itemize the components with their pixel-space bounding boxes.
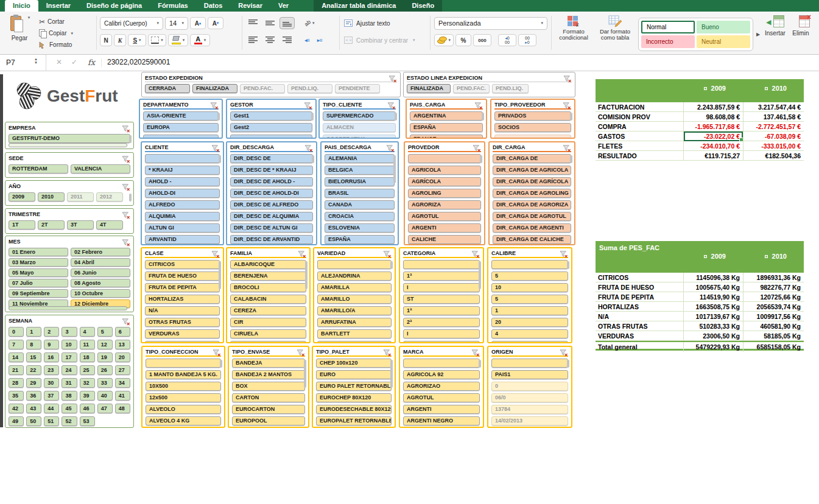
slicer-item-dir-carga-de-agrícola[interactable]: DIR_CARGA DE AGRÍCOLA bbox=[493, 177, 571, 186]
clear-filter-icon[interactable] bbox=[122, 124, 130, 131]
pivot-value-cell[interactable]: 137.461,58 € bbox=[743, 112, 804, 122]
slicer-item-belgica[interactable]: BELGICA bbox=[325, 166, 395, 175]
slicer-scrollbar[interactable] bbox=[129, 135, 132, 143]
slicer-item-cooperativa[interactable]: COOPERATIVA bbox=[323, 135, 396, 139]
slicer-item-34[interactable]: 34 bbox=[115, 378, 130, 388]
tab-diseño-de-página[interactable]: Diseño de página bbox=[79, 0, 150, 12]
slicer-item-bielorrusia[interactable]: BIELORRUSIA bbox=[325, 177, 395, 186]
slicer-item-29[interactable]: 29 bbox=[26, 378, 41, 388]
slicer-item-euro-palet-retornable[interactable]: EURO PALET RETORNABLE bbox=[316, 382, 392, 391]
slicer-item-arvantid[interactable]: ARVANTID bbox=[145, 235, 220, 244]
slicer-item-dir-desc-de-altun-gi[interactable]: DIR_DESC DE ALTUN GI bbox=[230, 223, 313, 233]
pivot-expand-icon[interactable] bbox=[704, 87, 707, 90]
slicer-item-2[interactable]: 2 bbox=[44, 327, 59, 337]
slicer-item-box[interactable]: BOX bbox=[232, 382, 305, 391]
slicer-item-cerrada[interactable]: CERRADA bbox=[145, 84, 190, 93]
slicer-scrollbar[interactable] bbox=[567, 360, 569, 368]
slicer-item-agrícola[interactable]: AGRÍCOLA bbox=[408, 177, 481, 186]
slicer-item-dir-desc-de-ahold-[interactable]: DIR_DESC DE AHOLD - bbox=[230, 177, 313, 186]
slicer-item-bandeja-2-mantos[interactable]: BANDEJA 2 MANTOS bbox=[232, 370, 305, 379]
insert-cells-button[interactable]: ◀ Insertar bbox=[765, 13, 786, 37]
pivot-value-cell[interactable]: 1009917,56 Kg bbox=[743, 312, 804, 321]
slicer-item-dir-desc-de[interactable]: DIR_DESC DE bbox=[230, 154, 313, 163]
font-name-select[interactable]: Calibri (Cuerpo)▾ bbox=[100, 17, 163, 30]
slicer-item-20[interactable]: 20 bbox=[491, 318, 568, 327]
slicer-item-43[interactable]: 43 bbox=[26, 404, 41, 413]
pivot-value-cell[interactable]: 5479229,93 Kg bbox=[683, 342, 743, 352]
slicer-item-22[interactable]: 22 bbox=[26, 365, 41, 375]
slicer-item-15[interactable]: 15 bbox=[26, 352, 41, 362]
slicer-item-i[interactable]: I bbox=[403, 283, 480, 292]
styles-more-button[interactable]: ▶ bbox=[756, 32, 760, 37]
slicer-item-dir-carga-de[interactable]: DIR_CARGA DE bbox=[493, 154, 571, 163]
slicer-item-5[interactable]: 5 bbox=[491, 271, 568, 281]
slicer-item-almacen[interactable]: ALMACEN bbox=[323, 123, 396, 132]
slicer-item-dir-carga-de-argenti[interactable]: DIR_CARGA DE ARGENTI bbox=[493, 223, 571, 233]
slicer-item-38[interactable]: 38 bbox=[62, 391, 77, 401]
slicer-item-40[interactable]: 40 bbox=[97, 391, 113, 401]
slicer-item-30[interactable]: 30 bbox=[44, 378, 59, 388]
slicer-item-gest2[interactable]: Gest2 bbox=[230, 123, 312, 132]
slicer-item-pendiente[interactable]: PENDIENTE bbox=[335, 84, 380, 93]
slicer-item-asia-oriente[interactable]: ASIA-ORIENTE bbox=[143, 111, 219, 121]
increase-decimal-button[interactable]: ◂000 bbox=[498, 34, 516, 46]
pivot-value-cell[interactable]: -234.010,70 € bbox=[683, 141, 743, 151]
slicer-item-socios[interactable]: SOCIOS bbox=[494, 123, 571, 132]
slicer-item-dir-desc-de-ahold-di[interactable]: DIR_DESC DE AHOLD-DI bbox=[230, 189, 313, 198]
font-size-select[interactable]: 14▾ bbox=[165, 17, 188, 30]
pivot-value-cell[interactable]: -67.038,09 € bbox=[743, 131, 804, 141]
slicer-item-27[interactable]: 27 bbox=[115, 365, 130, 375]
slicer-scrollbar[interactable] bbox=[220, 360, 222, 368]
tab-ver[interactable]: Ver bbox=[270, 0, 297, 12]
style-neutral[interactable]: Neutral bbox=[697, 35, 750, 48]
cut-button[interactable]: ✂ Cortar bbox=[38, 16, 95, 27]
clear-filter-icon[interactable] bbox=[122, 238, 130, 245]
slicer-item-argentina[interactable]: ARGENTINA bbox=[410, 111, 483, 121]
slicer-item-49[interactable]: 49 bbox=[9, 416, 24, 426]
confirm-entry-icon[interactable]: ✓ bbox=[71, 58, 77, 66]
slicer-item-41[interactable]: 41 bbox=[115, 391, 130, 401]
slicer-scrollbar[interactable] bbox=[219, 155, 221, 163]
slicer-item-pend-fac-[interactable]: PEND.FAC. bbox=[240, 84, 285, 93]
slicer-item-croacia[interactable]: CROACIA bbox=[325, 212, 395, 221]
style-incorrecto[interactable]: Incorrecto bbox=[641, 35, 695, 48]
slicer-item-42[interactable]: 42 bbox=[9, 404, 24, 413]
slicer-item-52[interactable]: 52 bbox=[62, 416, 77, 426]
slicer-scrollbar[interactable] bbox=[312, 155, 314, 163]
pivot-value-cell[interactable]: 120725,66 Kg bbox=[743, 292, 804, 302]
tab-diseño[interactable]: Diseño bbox=[404, 0, 442, 12]
pivot-expand-icon[interactable] bbox=[765, 87, 768, 90]
slicer-scrollbar[interactable] bbox=[570, 155, 572, 163]
slicer-item-1[interactable]: 1 bbox=[491, 306, 568, 315]
slicer-item-8[interactable]: 8 bbox=[26, 340, 41, 349]
align-left-button[interactable] bbox=[245, 34, 261, 46]
slicer-item-rotterdam[interactable]: ROTTERDAM bbox=[9, 164, 68, 173]
slicer-item-agrotul[interactable]: AGROTUL bbox=[403, 393, 480, 402]
pivot-value-cell[interactable]: 460581,90 Kg bbox=[743, 321, 804, 331]
slicer-item-st[interactable]: ST bbox=[403, 295, 480, 304]
slicer-item-eurocarton[interactable]: EUROCARTON bbox=[232, 405, 305, 414]
slicer-item-19[interactable]: 19 bbox=[97, 352, 113, 362]
selected-cell[interactable]: -23.022,02 € bbox=[683, 131, 743, 141]
slicer-item-alfredo[interactable]: ALFREDO bbox=[145, 200, 220, 209]
slicer-item-otras-frutas[interactable]: OTRAS FRUTAS bbox=[145, 318, 220, 327]
slicer-item-blank[interactable] bbox=[143, 135, 219, 139]
slicer-item-alveolo[interactable]: ALVEOLO bbox=[146, 405, 221, 414]
slicer-scrollbar[interactable] bbox=[395, 113, 397, 121]
slicer-item-10x500[interactable]: 10X500 bbox=[146, 382, 221, 391]
slicer-item-supermercado[interactable]: SUPERMERCADO bbox=[323, 111, 396, 121]
slicer-item-alemania[interactable]: ALEMANIA bbox=[325, 154, 395, 163]
pivot-row-label[interactable]: FRUTA DE PEPITA bbox=[596, 293, 683, 301]
slicer-item-blank[interactable] bbox=[145, 154, 220, 163]
slicer-scrollbar[interactable] bbox=[305, 261, 308, 289]
slicer-item-finalizada[interactable]: FINALIZADA bbox=[192, 84, 237, 93]
slicer-item-carton[interactable]: CARTON bbox=[232, 393, 305, 402]
slicer-item-03-marzo[interactable]: 03 Marzo bbox=[9, 258, 68, 267]
pivot-value-cell[interactable]: -1.965.717,68 € bbox=[683, 122, 743, 131]
align-bottom-button[interactable] bbox=[279, 17, 295, 29]
clear-filter-icon[interactable] bbox=[474, 101, 483, 108]
pivot-row-label[interactable]: Total general bbox=[596, 343, 683, 351]
slicer-item-fruta-de-hueso[interactable]: FRUTA DE HUESO bbox=[145, 271, 220, 281]
slicer-item-2009[interactable]: 2009 bbox=[9, 192, 35, 201]
clear-filter-icon[interactable] bbox=[560, 250, 568, 257]
